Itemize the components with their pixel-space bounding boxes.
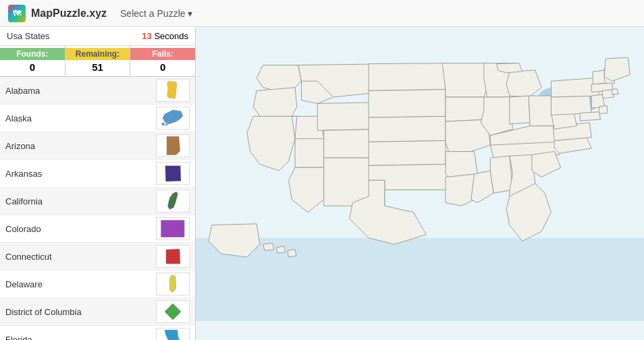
svg-marker-68 xyxy=(580,112,600,121)
svg-marker-34 xyxy=(369,140,446,165)
list-item[interactable]: Connecticut xyxy=(0,243,195,271)
sidebar: Usa States 13 Seconds Founds: 0 Remainin… xyxy=(0,27,196,340)
map-area[interactable] xyxy=(196,27,644,340)
app-header: 🗺 MapPuzzle.xyz Select a Puzzle ▾ xyxy=(0,0,644,27)
state-name-label: California xyxy=(5,196,153,206)
remaining-label: Remaining: xyxy=(65,48,130,60)
state-name-label: Alabama xyxy=(5,86,153,96)
list-item[interactable]: California xyxy=(0,188,195,215)
fails-cell: Fails: 0 xyxy=(130,46,195,76)
us-map-svg xyxy=(196,27,644,340)
fails-label: Fails: xyxy=(130,48,195,60)
state-shape xyxy=(156,300,190,323)
state-name-label: Delaware xyxy=(5,279,153,289)
timer-label: Seconds xyxy=(154,31,188,41)
state-shape xyxy=(156,79,190,102)
main-layout: Usa States 13 Seconds Founds: 0 Remainin… xyxy=(0,27,644,340)
puzzle-name: Usa States xyxy=(7,31,50,41)
state-shape xyxy=(156,162,190,185)
timer: 13 Seconds xyxy=(142,31,188,41)
svg-rect-7 xyxy=(161,220,185,237)
remaining-cell: Remaining: 51 xyxy=(65,46,131,76)
remaining-value: 51 xyxy=(65,60,130,74)
svg-marker-9 xyxy=(170,275,176,293)
state-shape xyxy=(156,190,190,213)
svg-marker-32 xyxy=(369,90,446,118)
list-item[interactable]: Arizona xyxy=(0,132,195,160)
state-name-label: Colorado xyxy=(5,224,153,234)
svg-marker-1 xyxy=(163,110,183,124)
counts-row: Founds: 0 Remaining: 51 Fails: 0 xyxy=(0,46,195,77)
svg-marker-51 xyxy=(490,156,512,193)
svg-marker-67 xyxy=(599,105,608,113)
state-shape xyxy=(156,134,190,157)
state-shape xyxy=(156,245,190,268)
svg-marker-45 xyxy=(497,63,522,73)
svg-marker-58 xyxy=(551,96,591,115)
svg-marker-6 xyxy=(168,192,178,210)
state-name-label: Connecticut xyxy=(5,252,153,262)
list-item[interactable]: Arkansas xyxy=(0,160,195,188)
list-item[interactable]: Alabama xyxy=(0,77,195,105)
svg-marker-33 xyxy=(369,116,446,142)
svg-marker-46 xyxy=(510,96,530,124)
app-logo: 🗺 xyxy=(8,5,26,22)
select-puzzle-button[interactable]: Select a Puzzle ▾ xyxy=(120,8,192,19)
stats-row: Usa States 13 Seconds xyxy=(0,27,195,46)
svg-marker-20 xyxy=(257,65,301,91)
list-item[interactable]: Florida xyxy=(0,326,195,340)
svg-marker-21 xyxy=(253,88,297,117)
state-name-label: Florida xyxy=(5,335,153,341)
app-title: MapPuzzle.xyz xyxy=(31,7,107,20)
svg-marker-27 xyxy=(295,139,324,168)
list-item[interactable]: Colorado xyxy=(0,215,195,243)
state-name-label: Arkansas xyxy=(5,169,153,179)
svg-marker-40 xyxy=(446,152,477,177)
svg-marker-3 xyxy=(165,123,167,126)
svg-rect-14 xyxy=(196,238,644,321)
state-shape xyxy=(156,273,190,295)
svg-marker-5 xyxy=(165,166,181,181)
svg-marker-37 xyxy=(442,63,490,97)
founds-label: Founds: xyxy=(0,48,65,60)
svg-marker-4 xyxy=(167,136,180,155)
svg-marker-71 xyxy=(277,246,286,253)
fails-value: 0 xyxy=(130,60,195,74)
svg-marker-72 xyxy=(288,250,296,257)
founds-value: 0 xyxy=(0,60,65,74)
timer-value: 13 xyxy=(142,31,151,41)
state-shape xyxy=(156,107,190,130)
list-item[interactable]: District of Columbia xyxy=(0,298,195,326)
svg-marker-10 xyxy=(165,304,181,320)
svg-marker-11 xyxy=(165,330,182,340)
state-shape xyxy=(156,328,190,340)
svg-marker-38 xyxy=(446,97,487,121)
state-name-label: Arizona xyxy=(5,141,153,151)
list-item[interactable]: Alaska xyxy=(0,105,195,132)
svg-marker-70 xyxy=(263,243,274,250)
svg-marker-31 xyxy=(369,63,446,91)
list-item[interactable]: Delaware xyxy=(0,271,195,298)
state-name-label: District of Columbia xyxy=(5,307,153,317)
founds-cell: Founds: 0 xyxy=(0,46,65,76)
svg-marker-65 xyxy=(612,89,618,95)
state-shape xyxy=(156,217,190,240)
svg-marker-0 xyxy=(167,81,177,98)
state-list[interactable]: AlabamaAlaskaArizonaArkansasCaliforniaCo… xyxy=(0,77,195,340)
svg-marker-2 xyxy=(161,123,165,126)
svg-marker-8 xyxy=(166,249,180,264)
state-name-label: Alaska xyxy=(5,113,153,123)
